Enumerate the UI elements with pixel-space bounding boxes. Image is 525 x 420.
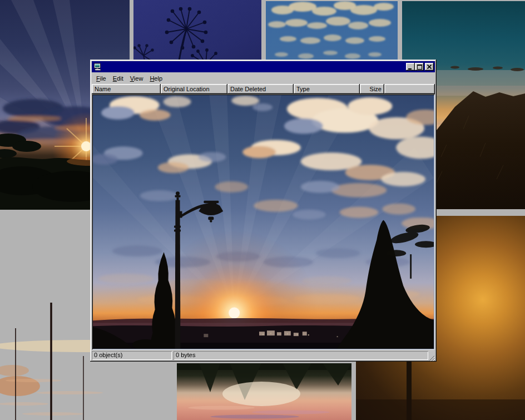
sunset-lamp-photo bbox=[93, 95, 434, 349]
status-objects: 0 object(s) bbox=[92, 351, 172, 360]
desktop-wallpaper-collage: File Edit View Help Name Original Locati… bbox=[0, 0, 525, 420]
window-titlebar[interactable] bbox=[92, 61, 435, 72]
status-bytes: 0 bytes bbox=[174, 351, 428, 360]
file-list-area[interactable] bbox=[92, 94, 435, 350]
close-icon bbox=[427, 65, 432, 69]
column-header-original-location[interactable]: Original Location bbox=[161, 84, 227, 94]
maximize-button[interactable] bbox=[415, 63, 424, 71]
menu-file[interactable]: File bbox=[93, 74, 110, 83]
column-headers: Name Original Location Date Deleted Type… bbox=[92, 84, 435, 94]
menu-bar: File Edit View Help bbox=[92, 73, 435, 84]
column-header-type[interactable]: Type bbox=[294, 84, 360, 94]
column-header-size[interactable]: Size bbox=[360, 84, 384, 94]
recycle-bin-window-icon[interactable] bbox=[93, 62, 102, 71]
maximize-icon bbox=[417, 65, 422, 70]
menu-edit[interactable]: Edit bbox=[110, 74, 127, 83]
wallpaper-tile-water-reflection bbox=[177, 363, 351, 420]
recycle-bin-window: File Edit View Help Name Original Locati… bbox=[90, 60, 437, 362]
menu-view[interactable]: View bbox=[127, 74, 147, 83]
status-bar: 0 object(s) 0 bytes bbox=[92, 351, 435, 360]
window-controls bbox=[406, 63, 434, 71]
column-header-date-deleted[interactable]: Date Deleted bbox=[227, 84, 294, 94]
minimize-icon bbox=[408, 65, 413, 70]
water-reflection-art bbox=[177, 363, 351, 420]
column-header-blank[interactable] bbox=[384, 84, 435, 94]
menu-help[interactable]: Help bbox=[146, 74, 166, 83]
minimize-button[interactable] bbox=[406, 63, 415, 71]
resize-grip[interactable] bbox=[428, 353, 435, 360]
column-header-name[interactable]: Name bbox=[92, 84, 161, 94]
close-button[interactable] bbox=[425, 63, 434, 71]
